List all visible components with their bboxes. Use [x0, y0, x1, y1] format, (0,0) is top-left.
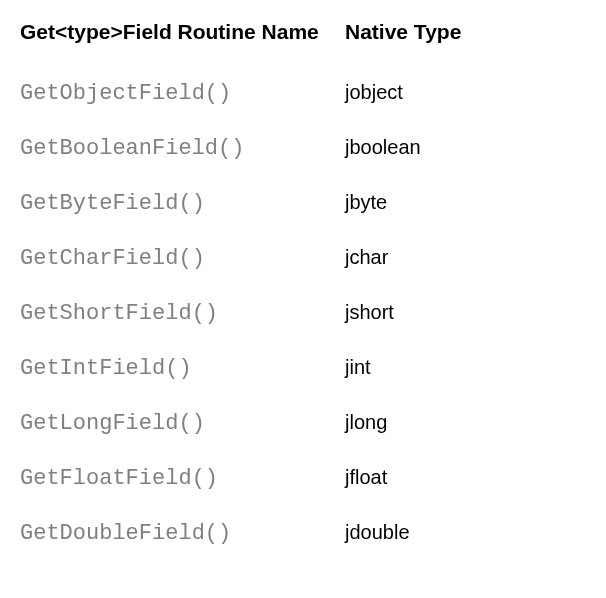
routine-name-cell: GetShortField(): [20, 301, 345, 326]
native-type-cell: jboolean: [345, 136, 586, 161]
table-row: GetByteField() jbyte: [20, 176, 586, 231]
routine-name-cell: GetFloatField(): [20, 466, 345, 491]
table-row: GetShortField() jshort: [20, 286, 586, 341]
table-row: GetDoubleField() jdouble: [20, 506, 586, 561]
native-type-cell: jshort: [345, 301, 586, 326]
routine-name-cell: GetLongField(): [20, 411, 345, 436]
native-type-cell: jfloat: [345, 466, 586, 491]
native-type-cell: jchar: [345, 246, 586, 271]
table-row: GetCharField() jchar: [20, 231, 586, 286]
table-row: GetFloatField() jfloat: [20, 451, 586, 506]
routine-name-cell: GetCharField(): [20, 246, 345, 271]
routine-name-cell: GetByteField(): [20, 191, 345, 216]
table-row: GetLongField() jlong: [20, 396, 586, 451]
native-type-cell: jint: [345, 356, 586, 381]
routine-name-cell: GetObjectField(): [20, 81, 345, 106]
native-type-cell: jobject: [345, 81, 586, 106]
native-type-cell: jbyte: [345, 191, 586, 216]
native-type-cell: jlong: [345, 411, 586, 436]
header-routine-name: Get<type>Field Routine Name: [20, 20, 345, 44]
table-row: GetObjectField() jobject: [20, 66, 586, 121]
reference-table: Get<type>Field Routine Name Native Type …: [20, 20, 586, 561]
table-row: GetBooleanField() jboolean: [20, 121, 586, 176]
table-row: GetIntField() jint: [20, 341, 586, 396]
routine-name-cell: GetDoubleField(): [20, 521, 345, 546]
native-type-cell: jdouble: [345, 521, 586, 546]
table-header-row: Get<type>Field Routine Name Native Type: [20, 20, 586, 66]
header-native-type: Native Type: [345, 20, 586, 44]
routine-name-cell: GetBooleanField(): [20, 136, 345, 161]
routine-name-cell: GetIntField(): [20, 356, 345, 381]
